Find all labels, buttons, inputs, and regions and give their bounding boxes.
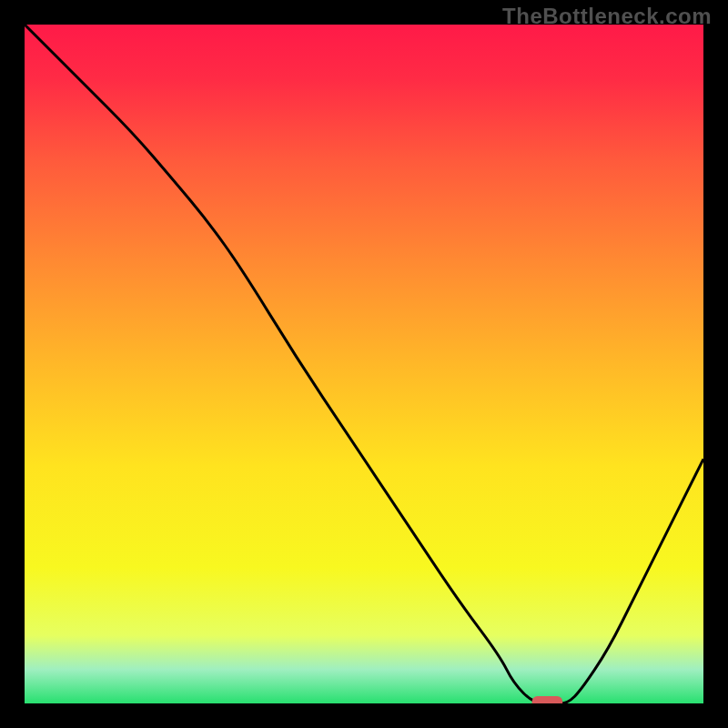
bottleneck-chart — [25, 25, 703, 703]
optimal-marker — [532, 696, 563, 703]
chart-frame: TheBottleneck.com — [0, 0, 728, 728]
